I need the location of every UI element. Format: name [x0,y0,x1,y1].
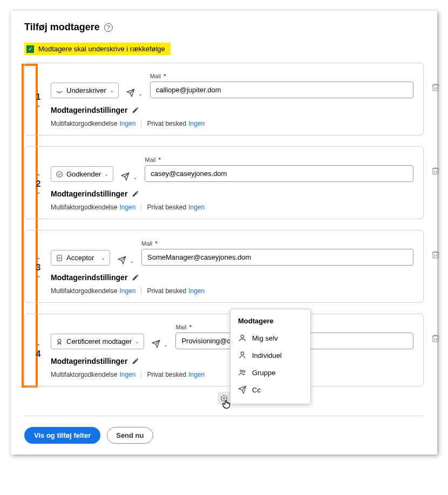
email-input[interactable] [145,165,413,182]
acceptor-icon [56,254,63,262]
recipients-popup: Modtagere Mig selv Individuel Gruppe Cc [230,309,311,404]
chevron-down-icon: ⌄ [135,338,139,344]
divider [141,120,141,127]
mail-label: Mail * [150,73,413,79]
chevron-down-icon[interactable]: ⌄ [36,102,40,108]
chevron-down-icon[interactable]: ⌄ [138,91,142,97]
page-title: Tilføj modtagere [24,22,100,33]
chevron-down-icon: ⌄ [110,87,114,93]
cc-icon [238,385,247,394]
private-msg-value[interactable]: Ingen [188,204,205,211]
role-dropdown[interactable]: Certificeret modtager ⌄ [51,334,144,349]
role-label: Certificeret modtager [66,337,132,345]
private-msg-label: Privat besked [147,371,186,378]
mail-label: Mail * [145,157,413,163]
role-dropdown[interactable]: Acceptor ⌄ [51,250,110,266]
svg-point-6 [243,370,245,372]
send-icon[interactable] [152,340,161,349]
mail-label: Mail * [141,240,413,247]
settings-title: Modtagerindstillinger [51,106,127,114]
mfa-label: Multifaktorgodkendelse [51,287,117,295]
private-msg-label: Privat besked [147,120,186,127]
send-icon[interactable] [121,172,131,182]
divider [141,204,141,211]
order-number: 3 [36,263,41,273]
role-label: Underskriver [66,86,106,94]
chevron-down-icon[interactable]: ⌄ [164,342,168,348]
chevron-down-icon[interactable]: ⌄ [36,273,40,279]
svg-point-3 [241,335,243,338]
chevron-down-icon[interactable]: ⌄ [130,258,134,264]
signer-icon [56,87,63,94]
order-checkbox-row[interactable]: ✓ Modtagere skal underskrive i rækkefølg… [24,43,171,55]
role-dropdown[interactable]: Underskriver ⌄ [51,83,119,98]
private-msg-value[interactable]: Ingen [188,120,205,127]
send-now-button[interactable]: Send nu [107,427,153,444]
divider [141,371,141,378]
mfa-value[interactable]: Ingen [119,287,135,295]
trash-icon[interactable] [431,83,440,92]
role-label: Godkender [66,170,101,178]
role-label: Acceptor [66,254,94,262]
chevron-down-icon: ⌄ [104,171,108,177]
email-input[interactable] [141,249,413,266]
mfa-label: Multifaktorgodkendelse [51,371,117,378]
trash-icon[interactable] [431,334,440,343]
divider [141,287,141,295]
settings-title: Modtagerindstillinger [51,273,127,282]
svg-point-4 [241,352,243,355]
chevron-down-icon: ⌄ [101,255,105,261]
popup-item-cc[interactable]: Cc [230,381,310,398]
order-number: 1 [36,92,41,102]
recipient-card: 1 ⌄ Underskriver ⌄ ⌄ M [24,63,424,135]
private-msg-label: Privat besked [147,287,186,295]
popup-title: Modtagere [230,315,310,329]
popup-item-myself[interactable]: Mig selv [230,329,310,347]
approver-icon [56,171,63,178]
trash-icon[interactable] [431,166,440,176]
individual-icon [238,351,247,360]
recipient-card: ⌃ 4 Certificeret modtager ⌄ ⌄ [24,314,424,386]
send-icon[interactable] [126,89,136,98]
order-number: 4 [36,349,41,359]
chevron-up-icon[interactable]: ⌃ [36,173,40,179]
add-recipient-button[interactable] [218,392,230,405]
pencil-icon[interactable] [132,357,139,365]
svg-point-0 [57,171,63,177]
checkbox-label: Modtagere skal underskrive i rækkefølge [38,45,165,53]
mfa-value[interactable]: Ingen [119,204,135,211]
divider [24,416,424,416]
role-dropdown[interactable]: Godkender ⌄ [51,166,113,182]
settings-title: Modtagerindstillinger [51,357,127,365]
trash-icon[interactable] [431,250,440,260]
mfa-value[interactable]: Ingen [119,120,135,127]
private-msg-label: Privat besked [147,204,186,211]
view-add-fields-button[interactable]: Vis og tilføj felter [24,427,100,444]
mfa-label: Multifaktorgodkendelse [51,120,117,127]
chevron-down-icon[interactable]: ⌄ [133,174,137,180]
private-msg-value[interactable]: Ingen [188,371,205,378]
email-input[interactable] [150,82,413,98]
mfa-value[interactable]: Ingen [119,371,135,378]
private-msg-value[interactable]: Ingen [188,287,205,295]
popup-item-individual[interactable]: Individuel [230,347,310,364]
myself-icon [238,334,247,342]
svg-point-5 [240,370,242,372]
certified-icon [56,338,63,345]
chevron-up-icon[interactable]: ⌃ [36,343,40,349]
popup-item-group[interactable]: Gruppe [230,364,310,381]
chevron-up-icon[interactable]: ⌃ [36,257,40,263]
order-number: 2 [36,179,41,189]
mfa-label: Multifaktorgodkendelse [51,204,117,211]
settings-title: Modtagerindstillinger [51,189,127,198]
pencil-icon[interactable] [132,106,139,114]
chevron-down-icon[interactable]: ⌄ [36,189,40,195]
send-icon[interactable] [118,256,127,266]
checkbox-checked-icon: ✓ [26,45,34,53]
help-icon[interactable]: ? [104,23,113,32]
svg-point-2 [58,339,61,342]
recipient-card: ⌃ 3 ⌄ Acceptor ⌄ ⌄ [24,230,424,303]
pencil-icon[interactable] [132,190,139,198]
pencil-icon[interactable] [132,274,139,281]
recipient-card: ⌃ 2 ⌄ Godkender ⌄ ⌄ [24,146,424,219]
